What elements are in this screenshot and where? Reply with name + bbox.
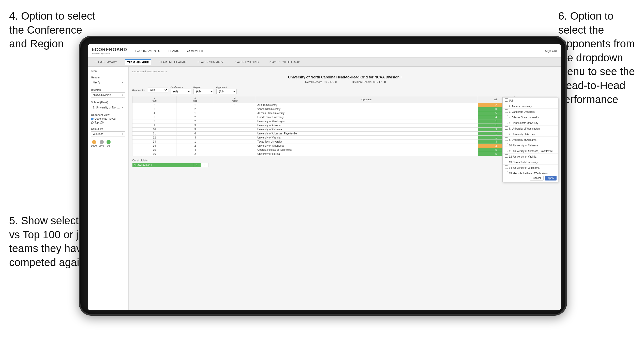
cell-reg: 2 [176, 152, 214, 156]
cell-conf [214, 111, 256, 115]
dropdown-item[interactable]: 3. Vanderbilt University [503, 109, 558, 114]
colour-label: Colour by [91, 128, 125, 130]
nav-teams[interactable]: TEAMS [168, 48, 179, 54]
logo-text: 5COREBOARD [92, 47, 127, 52]
sign-out-link[interactable]: Sign Out [545, 49, 557, 53]
sub-nav-team-summary[interactable]: TEAM SUMMARY [92, 60, 119, 65]
out-loss: 0 [201, 163, 208, 167]
cell-reg: 1 [176, 103, 214, 107]
page-title: University of North Carolina Head-to-Hea… [288, 75, 401, 79]
overall-record: Overall Record: 89 - 17 - 0 [304, 80, 337, 84]
page-title-row: University of North Carolina Head-to-Hea… [132, 75, 557, 79]
conference-select[interactable]: (All) [171, 89, 191, 94]
division-label: Division [91, 89, 125, 91]
region-label: Region [193, 86, 214, 89]
dropdown-item[interactable]: 7. University of Arizona [503, 131, 558, 137]
sub-nav: TEAM SUMMARY TEAM H2H GRID TEAM H2H HEAT… [88, 58, 561, 67]
dropdown-item[interactable]: 10. University of Alabama [503, 142, 558, 148]
dropdown-item[interactable]: 2. Auburn University [503, 103, 558, 109]
table-row: 9 3 University of Arizona 1 0 [132, 123, 557, 128]
legend-up-dot [107, 140, 111, 144]
legend-down-dot [92, 140, 96, 144]
dropdown-item[interactable]: 8. University of Alabama [503, 137, 558, 142]
left-sidebar: Team Gender Men's Division NCAA Division… [88, 67, 129, 310]
data-table: #Rank #Reg #Conf Opponent Win Loss 2 1 1… [132, 96, 557, 156]
cell-rank: 16 [132, 152, 176, 156]
cell-opponent: University of Arkansas, Fayetteville [256, 132, 478, 136]
radio-top-100[interactable]: Top 100 [91, 121, 125, 124]
dropdown-item[interactable]: 12. University of Virginia [503, 154, 558, 159]
apply-button[interactable]: Apply [545, 176, 557, 181]
opponent-filter: Opponent (All) [216, 86, 237, 94]
cell-opponent: University of Arizona [256, 123, 478, 128]
sub-nav-player-summary[interactable]: PLAYER SUMMARY [196, 60, 226, 65]
cell-opponent: Georgia Institute of Technology [256, 148, 478, 152]
sidebar-school: School (Rank) 1. University of Nort... [91, 101, 125, 110]
dropdown-item[interactable]: 14. University of Oklahoma [503, 165, 558, 170]
cell-opponent: Vanderbilt University [256, 107, 478, 111]
cell-reg: 1 [176, 140, 214, 144]
header-row: #Rank #Reg #Conf Opponent Win Loss [132, 96, 557, 103]
cell-conf [214, 107, 256, 111]
cell-rank: 13 [132, 140, 176, 144]
cancel-button[interactable]: Cancel [530, 176, 544, 181]
region-filter: Region (All) [193, 86, 214, 94]
table-row: 2 1 1 Auburn University 2 1 [132, 103, 557, 107]
nav-tournaments[interactable]: TOURNAMENTS [135, 48, 160, 54]
colour-legend: Down Level Up [91, 140, 125, 147]
legend-down: Down [91, 140, 97, 147]
th-rank: #Rank [132, 96, 176, 103]
cell-opponent: University of Florida [256, 152, 478, 156]
radio-opponents-played[interactable]: Opponents Played [91, 117, 125, 120]
dropdown-item[interactable]: 5. Florida State University [503, 120, 558, 126]
cell-reg: 2 [176, 115, 214, 119]
opponent-label: Opponent [216, 86, 237, 89]
opponent-dropdown-overlay: (All)2. Auburn University3. Vanderbilt U… [502, 97, 558, 182]
cell-rank: 15 [132, 148, 176, 152]
cell-conf [214, 128, 256, 132]
cell-opponent: University of Washington [256, 119, 478, 123]
region-select[interactable]: (All) [193, 89, 214, 94]
out-label: Out of division [132, 159, 557, 162]
sub-nav-h2h-heatmap[interactable]: TEAM H2H HEATMAP [157, 60, 189, 65]
nav-items: TOURNAMENTS TEAMS COMMITTEE [135, 48, 545, 54]
cell-rank: 8 [132, 119, 176, 123]
dropdown-item[interactable]: 6. University of Washington [503, 126, 558, 131]
app-header: 5COREBOARD Powered by School TOURNAMENTS… [88, 44, 561, 58]
division-dropdown[interactable]: NCAA Division I [91, 92, 125, 98]
sub-nav-h2h-grid[interactable]: TEAM H2H GRID [125, 59, 151, 65]
out-of-division: Out of division NCAA Division II 1 0 [132, 159, 557, 167]
dropdown-item[interactable]: 4. Arizona State University [503, 114, 558, 120]
cell-conf [214, 152, 256, 156]
school-dropdown[interactable]: 1. University of Nort... [91, 105, 125, 110]
cell-reg: 4 [176, 148, 214, 152]
table-row: 12 3 University of Virginia 1 0 [132, 136, 557, 140]
cell-opponent: Texas Tech University [256, 140, 478, 144]
dropdown-item[interactable]: (All) [503, 98, 558, 103]
dropdown-item[interactable]: 13. Texas Tech University [503, 159, 558, 165]
gender-dropdown[interactable]: Men's [91, 80, 125, 85]
sub-nav-player-h2h-grid[interactable]: PLAYER H2H GRID [232, 60, 261, 65]
colour-dropdown[interactable]: Win/loss [91, 131, 125, 136]
cell-opponent: University of Alabama [256, 128, 478, 132]
dropdown-list: (All)2. Auburn University3. Vanderbilt U… [503, 98, 558, 174]
dropdown-item[interactable]: 15. Georgia Institute of Technology [503, 170, 558, 174]
cell-rank: 4 [132, 111, 176, 115]
cell-conf [214, 132, 256, 136]
sidebar-gender: Gender Men's [91, 76, 125, 85]
opponents-filter-select[interactable]: (All) [148, 88, 168, 92]
opponent-view-label: Opponent View [91, 114, 125, 116]
dropdown-item[interactable]: 11. University of Arkansas, Fayetteville [503, 148, 558, 154]
opponent-select[interactable]: (All) [216, 89, 237, 94]
cell-opponent: Auburn University [256, 103, 478, 107]
cell-opponent: Florida State University [256, 115, 478, 119]
th-opponent: Opponent [256, 96, 478, 103]
cell-conf: 1 [214, 103, 256, 107]
cell-rank: 11 [132, 132, 176, 136]
sub-nav-player-h2h-heatmap[interactable]: PLAYER H2H HEATMAP [267, 60, 302, 65]
nav-committee[interactable]: COMMITTEE [187, 48, 207, 54]
cell-reg: 1 [176, 111, 214, 115]
cell-reg: 6 [176, 132, 214, 136]
cell-opponent: Arizona State University [256, 111, 478, 115]
legend-level: Level [99, 140, 104, 147]
